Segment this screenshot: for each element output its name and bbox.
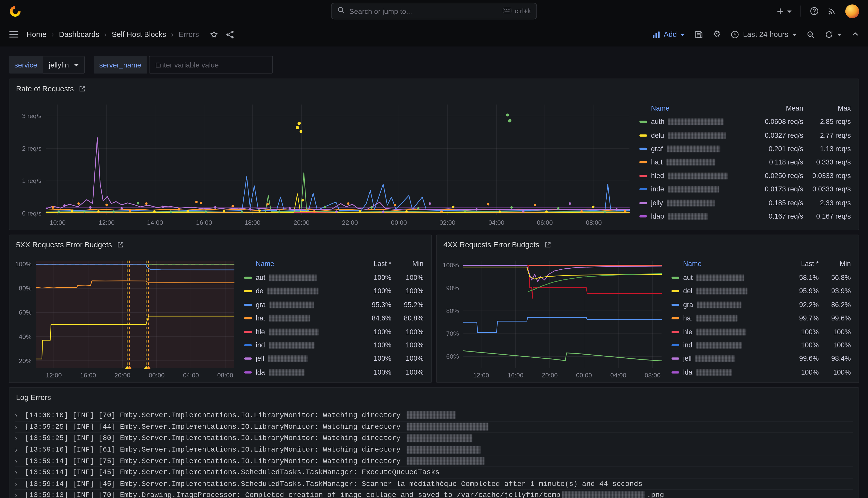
legend-series-name[interactable]: jell (671, 355, 779, 363)
legend-col-name[interactable]: Name (639, 104, 745, 112)
menu-toggle-button[interactable] (9, 30, 19, 38)
zoom-out-button[interactable] (806, 30, 815, 39)
user-avatar[interactable] (845, 4, 859, 18)
error-budget-5xx-chart[interactable]: 20%40%60%80%100%12:0016:0020:0000:0004:0… (11, 254, 240, 381)
legend-series-name[interactable]: graf (639, 145, 745, 153)
expand-log-icon[interactable]: › (15, 445, 25, 454)
legend-series-name[interactable]: ha. (671, 314, 779, 322)
new-button[interactable] (776, 7, 791, 15)
legend-series-name[interactable]: hle (244, 328, 352, 336)
legend-series-name[interactable]: jell (244, 355, 352, 363)
expand-log-icon[interactable]: › (15, 491, 25, 498)
legend-series-name[interactable]: ldap (639, 212, 745, 220)
breadcrumb-folder[interactable]: Self Host Blocks (112, 30, 166, 39)
expand-log-icon[interactable]: › (15, 480, 25, 488)
favorite-button[interactable] (210, 30, 218, 39)
breadcrumb-home[interactable]: Home (27, 30, 47, 39)
log-row[interactable]: ›[13:59:14] [INF] [45] Emby.Server.Imple… (15, 478, 853, 489)
legend-row[interactable]: hle100%100% (244, 325, 424, 339)
legend-row[interactable]: ha.t0.118 req/s0.333 req/s (639, 156, 851, 169)
log-row[interactable]: ›[13:59:14] [INF] [75] Emby.Server.Imple… (15, 455, 853, 467)
legend-row[interactable]: de100%100% (244, 285, 424, 298)
legend-row[interactable]: graf0.201 req/s1.13 req/s (639, 142, 851, 156)
legend-series-name[interactable]: lda (244, 368, 352, 376)
share-button[interactable] (226, 30, 234, 39)
rate-of-requests-chart[interactable]: 0 req/s1 req/s2 req/s3 req/s10:0012:0014… (11, 98, 635, 228)
panel-header[interactable]: Rate of Requests (10, 79, 859, 98)
save-dashboard-button[interactable] (695, 30, 703, 39)
breadcrumb-dashboards[interactable]: Dashboards (59, 30, 99, 39)
legend-col-min[interactable]: Min (391, 260, 424, 268)
log-row[interactable]: ›[13:59:14] [INF] [45] Emby.Server.Imple… (15, 467, 853, 478)
legend-series-name[interactable]: gra (671, 301, 779, 309)
time-range-picker[interactable]: Last 24 hours (731, 30, 797, 39)
legend-row[interactable]: gra95.3%95.2% (244, 298, 424, 312)
add-panel-button[interactable]: Add (652, 30, 685, 39)
error-budget-4xx-chart[interactable]: 60%70%80%90%100%12:0016:0020:0000:0004:0… (438, 254, 667, 381)
legend-row[interactable]: ind100%100% (671, 339, 851, 352)
legend-row[interactable]: gra92.2%86.2% (671, 298, 851, 312)
legend-row[interactable]: delu0.0327 req/s2.77 req/s (639, 129, 851, 142)
external-link-icon[interactable] (79, 85, 86, 92)
legend-row[interactable]: hled0.0250 req/s0.0333 req/s (639, 169, 851, 183)
dashboard-settings-button[interactable]: ⚙ (713, 30, 721, 39)
legend-row[interactable]: aut100%100% (244, 271, 424, 285)
external-link-icon[interactable] (544, 241, 551, 248)
log-row[interactable]: ›[13:59:25] [INF] [80] Emby.Server.Imple… (15, 432, 853, 444)
legend-series-name[interactable]: auth (639, 118, 745, 126)
legend-row[interactable]: ldap0.167 req/s0.167 req/s (639, 210, 851, 223)
legend-series-name[interactable]: ha.t (639, 159, 745, 166)
variable-server-name-input[interactable] (149, 56, 273, 74)
panel-header[interactable]: 5XX Requests Error Budgets (10, 235, 431, 254)
legend-row[interactable]: ind100%100% (244, 339, 424, 352)
legend-col-mean[interactable]: Mean (745, 104, 803, 112)
legend-series-name[interactable]: de (244, 287, 352, 295)
collapse-toolbar-button[interactable] (851, 30, 859, 38)
legend-row[interactable]: lda100%100% (671, 366, 851, 379)
expand-log-icon[interactable]: › (15, 422, 25, 431)
legend-series-name[interactable]: inde (639, 185, 745, 193)
external-link-icon[interactable] (117, 241, 124, 248)
legend-row[interactable]: auth0.0608 req/s2.85 req/s (639, 115, 851, 129)
legend-row[interactable]: jell99.6%98.4% (671, 352, 851, 366)
legend-series-name[interactable]: ind (671, 341, 779, 349)
legend-series-name[interactable]: aut (671, 274, 779, 282)
grafana-logo[interactable] (9, 5, 22, 17)
legend-series-name[interactable]: lda (671, 368, 779, 376)
log-row[interactable]: ›[13:59:16] [INF] [61] Emby.Server.Imple… (15, 444, 853, 455)
help-button[interactable] (810, 7, 819, 16)
expand-log-icon[interactable]: › (15, 434, 25, 442)
legend-col-name[interactable]: Name (244, 260, 352, 268)
legend-row[interactable]: ha.99.7%99.6% (671, 312, 851, 325)
legend-col-last[interactable]: Last * (779, 260, 819, 268)
legend-series-name[interactable]: ind (244, 341, 352, 349)
log-row[interactable]: ›[13:59:13] [INF] [70] Emby.Drawing.Imag… (15, 489, 853, 498)
expand-log-icon[interactable]: › (15, 457, 25, 465)
legend-col-last[interactable]: Last * (351, 260, 391, 268)
legend-row[interactable]: del95.9%93.9% (671, 285, 851, 298)
news-button[interactable] (827, 7, 837, 16)
legend-series-name[interactable]: aut (244, 274, 352, 282)
legend-col-name[interactable]: Name (671, 260, 779, 268)
expand-log-icon[interactable]: › (15, 468, 25, 476)
refresh-button[interactable] (825, 30, 842, 39)
legend-row[interactable]: lda100%100% (244, 366, 424, 379)
legend-row[interactable]: jelly0.185 req/s2.33 req/s (639, 196, 851, 210)
panel-header[interactable]: 4XX Requests Error Budgets (437, 235, 859, 254)
panel-header[interactable]: Log Errors (10, 388, 859, 407)
legend-row[interactable]: jell100%100% (244, 352, 424, 366)
log-row[interactable]: ›[14:00:10] [INF] [70] Emby.Server.Imple… (15, 409, 853, 421)
legend-series-name[interactable]: delu (639, 131, 745, 139)
log-row[interactable]: ›[13:59:25] [INF] [44] Emby.Server.Imple… (15, 421, 853, 432)
legend-row[interactable]: ha.84.6%80.8% (244, 312, 424, 325)
expand-log-icon[interactable]: › (15, 411, 25, 419)
legend-series-name[interactable]: hle (671, 328, 779, 336)
legend-row[interactable]: aut58.1%56.8% (671, 271, 851, 285)
legend-col-min[interactable]: Min (819, 260, 851, 268)
search-bar[interactable]: ctrl+k (331, 3, 537, 19)
legend-series-name[interactable]: hled (639, 172, 745, 180)
legend-col-max[interactable]: Max (803, 104, 851, 112)
search-input[interactable] (349, 7, 498, 15)
legend-row[interactable]: inde0.0173 req/s0.0333 req/s (639, 183, 851, 196)
variable-service-select[interactable]: jellyfin (43, 56, 85, 74)
